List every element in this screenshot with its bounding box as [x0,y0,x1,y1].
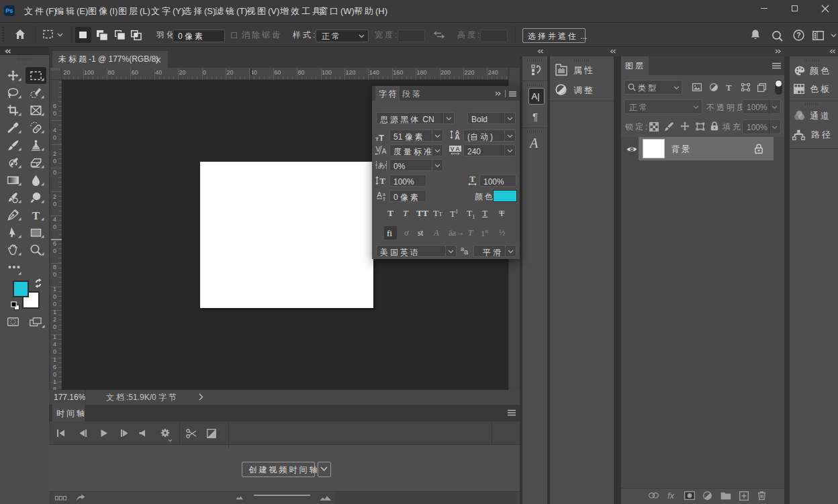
svg-text:A: A [455,146,460,152]
svg-text:?: ? [796,31,800,39]
svg-text:T: T [32,209,40,221]
svg-text:V: V [450,146,454,152]
svg-text:T: T [469,174,475,184]
svg-text:あ: あ [377,161,385,169]
svg-text:a: a [383,192,385,197]
svg-text:A: A [377,191,382,199]
svg-text:A: A [381,147,386,155]
svg-text:T: T [379,176,385,186]
svg-text:A: A [455,133,460,141]
